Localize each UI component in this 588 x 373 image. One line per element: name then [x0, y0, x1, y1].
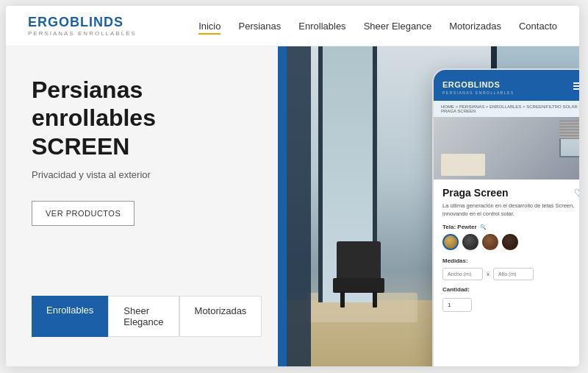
logo[interactable]: ERGOBLINDS PERSIANAS ENROLLABLES — [28, 15, 137, 37]
swatch-dark[interactable] — [462, 234, 478, 250]
left-panel: Persianas enrollables SCREEN Privacidad … — [6, 46, 278, 366]
tab-sheer-elegance[interactable]: Sheer Elegance — [108, 296, 179, 337]
nav-item-motorizadas[interactable]: Motorizadas — [449, 21, 501, 32]
mobile-product-image — [434, 117, 579, 180]
mobile-breadcrumb: HOME > PERSIANAS > ENROLLABLES > SCREEN/… — [434, 101, 579, 117]
medida-separator: x — [487, 271, 490, 277]
mobile-logo-area: ERGOBLINDS PERSIANAS ENROLLABLES — [442, 77, 514, 95]
color-swatches — [442, 234, 579, 250]
mobile-logo: ERGOBLINDS — [442, 80, 500, 89]
main-content: Persianas enrollables SCREEN Privacidad … — [6, 46, 579, 366]
blue-separator — [278, 46, 287, 366]
website-frame: ERGOBLINDS PERSIANAS ENROLLABLES Inicio … — [6, 6, 579, 366]
tela-label: Tela: Pewter 🔍 — [442, 224, 579, 230]
ver-productos-button[interactable]: VER PRODUCTOS — [32, 201, 135, 226]
nav-item-persianas[interactable]: Persianas — [238, 21, 281, 32]
product-title: Praga Screen — [442, 187, 509, 199]
chair-leg-right — [373, 291, 377, 308]
site-header: ERGOBLINDS PERSIANAS ENROLLABLES Inicio … — [6, 6, 579, 46]
menu-line-1 — [573, 82, 579, 84]
mobile-product-body: Praga Screen ♡ La última generación en e… — [434, 180, 579, 319]
mobile-header: ERGOBLINDS PERSIANAS ENROLLABLES — [434, 70, 579, 101]
chair — [329, 241, 388, 308]
mobile-logo-sub: PERSIANAS ENROLLABLES — [442, 90, 514, 95]
chair-leg-left — [340, 291, 345, 308]
cantidad-input[interactable] — [442, 298, 472, 312]
logo-subtitle: PERSIANAS ENROLLABLES — [28, 30, 137, 37]
product-description: La última generación en el desarrollo de… — [442, 202, 579, 218]
nav-item-inicio[interactable]: Inicio — [198, 21, 220, 32]
swatch-darkbrown[interactable] — [502, 234, 518, 250]
tab-enrollables[interactable]: Enrollables — [32, 296, 108, 337]
search-icon[interactable]: 🔍 — [480, 224, 487, 230]
bedroom-blind — [559, 121, 579, 139]
right-panel: ERGOBLINDS PERSIANAS ENROLLABLES HOME > … — [278, 46, 579, 366]
window-left — [285, 46, 311, 366]
medidas-inputs: x — [442, 268, 579, 280]
tab-motorizadas[interactable]: Motorizadas — [179, 296, 262, 337]
heart-icon[interactable]: ♡ — [574, 187, 579, 199]
mobile-device: ERGOBLINDS PERSIANAS ENROLLABLES HOME > … — [432, 68, 579, 366]
medidas-label: Medidas: — [442, 257, 579, 264]
logo-text: ERGOBLINDS — [28, 15, 137, 30]
nav-item-sheer[interactable]: Sheer Elegance — [364, 21, 432, 32]
ancho-input[interactable] — [442, 268, 483, 280]
swatch-gold[interactable] — [442, 234, 459, 250]
chair-back — [337, 241, 381, 282]
menu-line-3 — [573, 88, 579, 90]
chair-seat — [333, 278, 384, 293]
alto-input[interactable] — [493, 268, 534, 280]
nav-item-enrollables[interactable]: Enrollables — [298, 21, 345, 32]
product-title-row: Praga Screen ♡ — [442, 187, 579, 199]
chair-legs — [337, 291, 381, 308]
hero-title: Persianas enrollables SCREEN — [32, 76, 252, 160]
bedroom-bed — [441, 154, 485, 176]
menu-line-2 — [573, 85, 579, 87]
hero-subtitle: Privacidad y vista al exterior — [32, 169, 252, 180]
nav-item-contacto[interactable]: Contacto — [519, 21, 557, 32]
tab-bar: Enrollables Sheer Elegance Motorizadas — [32, 296, 252, 337]
hero-text: Persianas enrollables SCREEN Privacidad … — [32, 76, 252, 274]
swatch-brown[interactable] — [482, 234, 498, 250]
cantidad-label: Cantidad: — [442, 286, 579, 293]
main-nav: Inicio Persianas Enrollables Sheer Elega… — [198, 21, 557, 32]
hamburger-icon[interactable] — [573, 82, 579, 90]
